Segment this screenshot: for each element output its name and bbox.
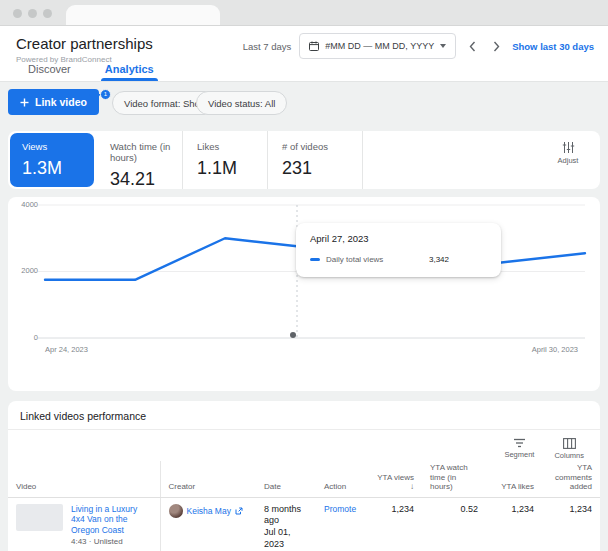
metrics-card: Views 1.3M Watch time (in hours) 34.21 L… <box>8 131 600 189</box>
video-thumbnail[interactable] <box>16 504 63 531</box>
metric-label: Views <box>22 141 94 152</box>
page-title: Creator partnerships <box>16 35 153 52</box>
caret-down-icon <box>440 44 446 48</box>
creator-link[interactable]: Keisha May <box>187 506 231 516</box>
tooltip-series-label: Daily total views <box>326 255 383 264</box>
metric-label: Likes <box>197 141 267 152</box>
metric-value: 1.1M <box>197 158 267 179</box>
videos-table: Video Creator Date Action YTA views ↓ YT… <box>8 461 600 551</box>
tab-bar: Discover Analytics <box>0 63 154 81</box>
window-dot[interactable] <box>13 9 22 18</box>
window-dot[interactable] <box>28 9 37 18</box>
content-area: Link video 1 Video format: Shorts Video … <box>0 82 608 551</box>
columns-icon <box>563 438 576 449</box>
promote-link[interactable]: Promote <box>324 504 356 514</box>
window-dot[interactable] <box>43 9 52 18</box>
columns-button[interactable]: Columns <box>554 438 584 460</box>
yta-watch-time-value: 0.52 <box>422 497 486 551</box>
chevron-left-icon <box>469 41 476 52</box>
segment-button[interactable]: Segment <box>504 438 534 460</box>
date-range-label: Last 7 days <box>243 41 292 52</box>
sort-down-icon: ↓ <box>410 482 414 491</box>
col-header-date: Date <box>256 461 316 497</box>
filter-button[interactable]: 1 <box>88 93 106 111</box>
metric-card-likes[interactable]: Likes 1.1M <box>183 131 268 189</box>
browser-tab[interactable] <box>66 5 220 25</box>
tune-icon <box>562 141 575 154</box>
tooltip-series-row: Daily total views 3,342 <box>310 255 489 264</box>
table-row: Living in a Luxury 4x4 Van on the Oregon… <box>8 497 600 551</box>
creator-avatar <box>169 504 183 518</box>
col-header-action: Action <box>316 461 366 497</box>
x-axis-label-end: April 30, 2023 <box>532 345 578 354</box>
segment-label: Segment <box>504 450 534 459</box>
yta-likes-value: 1,234 <box>486 497 542 551</box>
col-header-yta-views[interactable]: YTA views ↓ <box>366 461 422 497</box>
x-axis-label-start: Apr 24, 2023 <box>45 345 88 354</box>
metric-value: 1.3M <box>22 158 94 179</box>
date-picker[interactable]: #MM DD — MM DD, YYYY <box>299 33 456 59</box>
event-marker-icon <box>290 332 296 338</box>
external-link-icon[interactable] <box>235 507 243 515</box>
show-last-30-days-link[interactable]: Show last 30 days <box>512 41 594 52</box>
chip-video-status[interactable]: Video status: All <box>196 91 287 115</box>
filter-badge: 1 <box>100 89 111 100</box>
next-range-button[interactable] <box>488 37 504 55</box>
legend-dash-icon <box>310 258 320 261</box>
metric-value: 34.21 <box>110 169 182 190</box>
screen: Creator partnerships Powered by BrandCon… <box>0 0 608 551</box>
link-video-button[interactable]: Link video <box>8 89 99 115</box>
col-header-yta-comments: YTA comments added <box>542 461 600 497</box>
adjust-label: Adjust <box>546 156 590 165</box>
tooltip-date: April 27, 2023 <box>310 233 369 244</box>
metric-value: 231 <box>282 158 362 179</box>
video-title-link[interactable]: Living in a Luxury 4x4 Van on the Oregon… <box>71 504 152 536</box>
columns-label: Columns <box>554 451 584 460</box>
metric-card-num-videos[interactable]: # of videos 231 <box>268 131 363 189</box>
adjust-button[interactable]: Adjust <box>546 141 590 165</box>
table-tools: Segment Columns <box>504 438 584 460</box>
yta-views-value: 1,234 <box>366 497 422 551</box>
linked-videos-card: Linked videos performance Segment <box>8 401 600 551</box>
metric-card-views[interactable]: Views 1.3M <box>10 133 94 187</box>
video-meta: 4:43 · Unlisted <box>71 537 152 546</box>
col-header-yta-likes: YTA likes <box>486 461 542 497</box>
chart-tooltip: April 27, 2023 Daily total views 3,342 <box>296 223 501 277</box>
tab-analytics[interactable]: Analytics <box>105 63 154 81</box>
col-header-creator: Creator <box>160 461 256 497</box>
plus-icon <box>20 98 29 107</box>
chart-card: 4000 2000 0 Apr 24, 2023 April 30, 2023 … <box>8 197 600 391</box>
chevron-right-icon <box>493 41 500 52</box>
section-divider <box>8 429 600 430</box>
yta-comments-value: 1,234 <box>542 497 600 551</box>
metric-label: Watch time (in hours) <box>110 141 182 163</box>
date-controls: Last 7 days #MM DD — MM DD, YYYY Show la… <box>243 34 594 58</box>
col-header-yta-watch-time: YTA watch time (in hours) <box>422 461 486 497</box>
metric-label: # of videos <box>282 141 362 152</box>
linked-videos-title: Linked videos performance <box>20 410 146 422</box>
tooltip-value: 3,342 <box>429 255 449 264</box>
date-cell: 8 months ago Jul 01, 2023 <box>256 497 316 551</box>
metric-card-watch-time[interactable]: Watch time (in hours) 34.21 <box>96 131 183 189</box>
tab-discover[interactable]: Discover <box>28 63 71 81</box>
app-window: Creator partnerships Powered by BrandCon… <box>0 26 608 551</box>
col-header-video: Video <box>8 461 160 497</box>
link-video-label: Link video <box>35 96 87 108</box>
browser-titlebar <box>0 0 608 26</box>
calendar-icon <box>309 41 319 51</box>
segment-icon <box>513 438 526 448</box>
date-value: #MM DD — MM DD, YYYY <box>325 41 434 51</box>
prev-range-button[interactable] <box>464 37 480 55</box>
table-header-row: Video Creator Date Action YTA views ↓ YT… <box>8 461 600 497</box>
